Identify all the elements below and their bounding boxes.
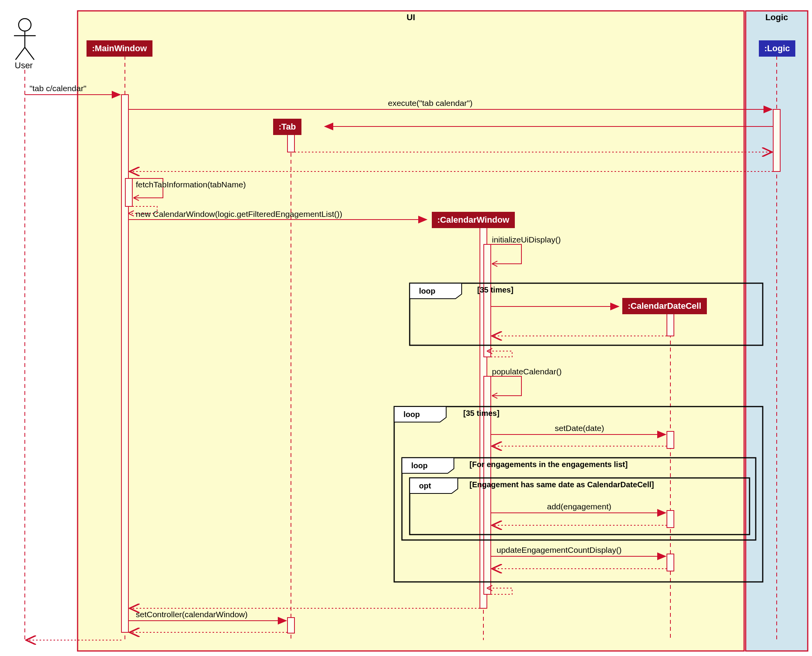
msg-label-add: add(engagement) <box>547 502 611 511</box>
mainwindow-self-activation <box>125 178 132 206</box>
svg-line-3 <box>16 47 25 60</box>
logic-box-label: Logic <box>765 12 788 22</box>
tab-header: :Tab <box>273 119 301 135</box>
msg-label-init: initializeUiDisplay() <box>492 235 561 244</box>
loop3-guard: [For engagements in the engagements list… <box>469 460 628 469</box>
user-label: User <box>15 61 33 71</box>
calendarwindow-header: :CalendarWindow <box>432 212 515 228</box>
msg-label-newcal: new CalendarWindow(logic.getFilteredEnga… <box>136 209 342 219</box>
calendardatecell-header: :CalendarDateCell <box>622 298 707 314</box>
logic-activation <box>773 109 780 171</box>
datecell-add-activation <box>667 511 674 528</box>
ui-box-label: UI <box>407 12 415 22</box>
msg-label-update: updateEngagementCountDisplay() <box>497 545 622 555</box>
svg-point-0 <box>19 19 31 31</box>
tab-setcontroller-activation <box>287 618 294 633</box>
msg-label-setdate: setDate(date) <box>555 424 604 433</box>
datecell-create-activation <box>667 313 674 336</box>
msg-label-fetch: fetchTabInformation(tabName) <box>136 180 246 189</box>
loop2-guard: [35 times] <box>463 409 499 418</box>
opt1-label: opt <box>415 480 435 492</box>
msg-label-populate: populateCalendar() <box>492 367 562 376</box>
datecell-setdate-activation <box>667 431 674 448</box>
datecell-update-activation <box>667 554 674 571</box>
sequence-diagram: UI Logic User :MainWindow :Tab :Calendar… <box>4 4 812 656</box>
mainwindow-activation <box>121 95 128 632</box>
msg-label-execute: execute("tab calendar") <box>388 99 473 108</box>
opt1-guard: [Engagement has same date as CalendarDat… <box>469 480 654 489</box>
msg-label-tab: "tab c/calendar" <box>29 84 87 93</box>
loop2-label: loop <box>400 409 424 420</box>
logic-header: :Logic <box>759 40 795 57</box>
loop3-label: loop <box>407 460 431 471</box>
msg-label-setcontroller: setController(calendarWindow) <box>136 610 248 619</box>
loop1-label: loop <box>415 286 439 297</box>
svg-line-4 <box>25 47 34 60</box>
calendarwindow-init-activation <box>484 244 491 357</box>
user-actor <box>14 19 36 60</box>
loop1-guard: [35 times] <box>477 286 513 294</box>
mainwindow-header: :MainWindow <box>87 40 152 57</box>
